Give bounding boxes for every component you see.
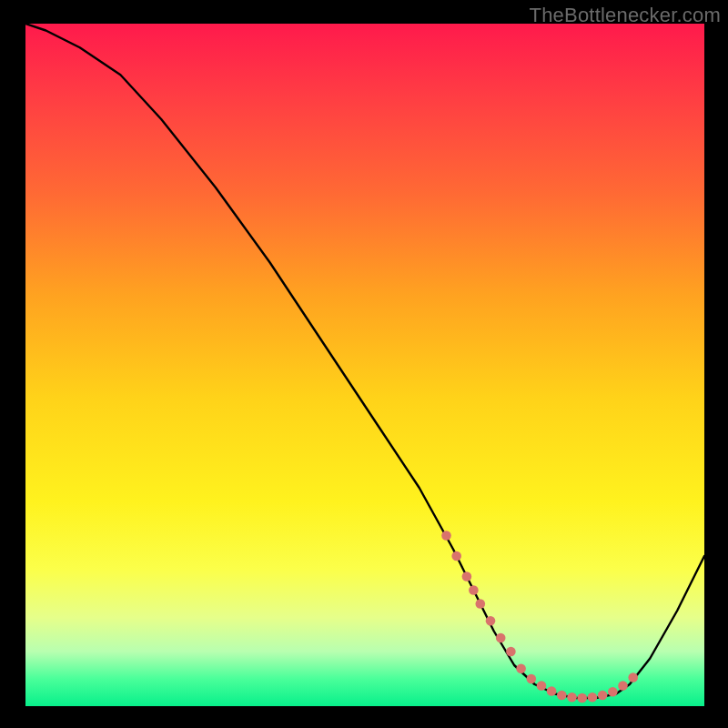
sample-dot <box>618 681 628 691</box>
sample-dot <box>588 693 598 703</box>
sample-dot <box>506 647 516 657</box>
sample-dot <box>486 616 496 626</box>
sample-dot <box>567 693 577 703</box>
sample-dot <box>469 585 479 595</box>
chart-frame: TheBottlenecker.com <box>0 0 728 728</box>
sample-dot <box>598 691 608 701</box>
curve-dots <box>441 531 638 703</box>
sample-dot <box>462 571 472 581</box>
sample-dot <box>547 686 557 696</box>
sample-dot <box>451 551 461 561</box>
sample-dot <box>476 599 486 609</box>
curve-line <box>25 24 704 698</box>
chart-svg <box>25 24 704 706</box>
sample-dot <box>496 633 506 643</box>
sample-dot <box>608 687 618 697</box>
sample-dot <box>577 693 587 703</box>
sample-dot <box>557 691 567 701</box>
sample-dot <box>527 674 537 684</box>
sample-dot <box>516 664 526 674</box>
sample-dot <box>628 672 638 682</box>
sample-dot <box>537 681 547 691</box>
bottleneck-chart <box>25 24 704 706</box>
sample-dot <box>441 531 451 541</box>
